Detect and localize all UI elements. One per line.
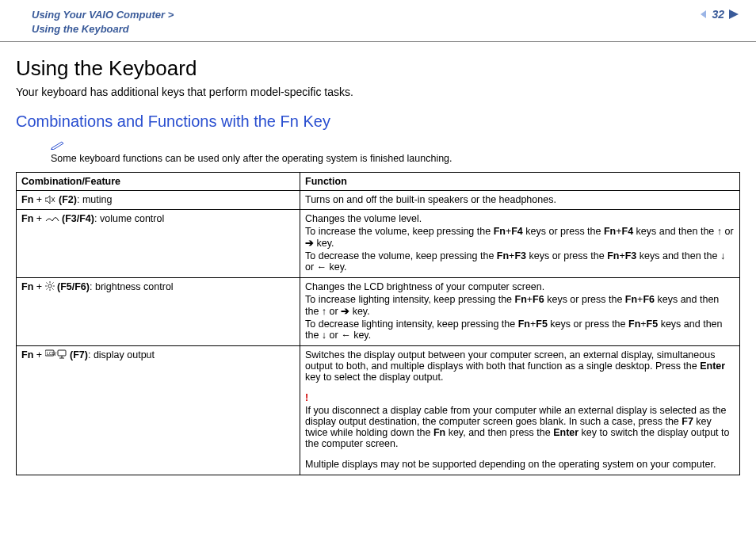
table-row: Fn + LCD / (F7): display output Switches… (17, 346, 740, 475)
function-text: If you disconnect a display cable from y… (305, 405, 735, 449)
combo-cell: Fn + (F3/F4): volume control (17, 210, 300, 278)
function-text: To decrease lighting intensity, keep pre… (305, 318, 735, 341)
svg-line-10 (46, 283, 48, 284)
fn-label: Fn (21, 349, 33, 360)
brightness-icon (45, 281, 55, 293)
page-header: Using Your VAIO Computer > Using the Key… (0, 0, 756, 42)
intro-text: Your keyboard has additional keys that p… (16, 86, 740, 98)
svg-line-12 (46, 288, 48, 290)
combo-cell: Fn + (F2): muting (17, 191, 300, 210)
function-text: Changes the LCD brightness of your compu… (305, 281, 735, 292)
combo-desc: : display output (88, 349, 155, 360)
arrow-right-icon: ➔ (341, 306, 349, 317)
table-header-row: Combination/Feature Function (17, 173, 740, 191)
warning-icon: ! (305, 392, 308, 403)
function-text: Changes the volume level. (305, 213, 735, 224)
arrow-right-icon: ➔ (305, 238, 314, 249)
function-text: To increase lighting intensity, keep pre… (305, 294, 735, 317)
svg-marker-0 (701, 10, 706, 18)
function-cell: Changes the LCD brightness of your compu… (300, 278, 740, 346)
arrow-left-icon: ← (317, 261, 327, 273)
breadcrumb-line2: Using the Keyboard (32, 23, 129, 35)
svg-text:/: / (55, 350, 57, 357)
volume-icon (45, 214, 59, 225)
content: Using the Keyboard Your keyboard has add… (0, 42, 756, 475)
arrow-down-icon: ↓ (720, 250, 725, 261)
page-number: 32 (712, 8, 724, 21)
svg-rect-17 (58, 350, 66, 356)
breadcrumb-line1: Using Your VAIO Computer > (32, 9, 174, 21)
key-label: (F3/F4) (62, 213, 94, 224)
page-nav: 32 (699, 8, 740, 21)
note-block: Some keyboard functions can be used only… (51, 140, 740, 164)
function-text: Turns on and off the built-in speakers o… (305, 194, 556, 205)
combo-desc: : volume control (94, 213, 164, 224)
combo-cell: Fn + (F5/F6): brightness control (17, 278, 300, 346)
key-label: (F5/F6) (57, 281, 90, 292)
key-label: (F2) (59, 194, 77, 205)
col-header-function: Function (300, 173, 740, 191)
svg-text:LCD: LCD (47, 351, 55, 356)
function-cell: Changes the volume level. To increase th… (300, 210, 740, 278)
display-icon: LCD / (45, 349, 67, 361)
fn-label: Fn (21, 281, 33, 292)
function-text: Switches the display output between your… (305, 349, 735, 383)
table-row: Fn + (F3/F4): volume control Changes the… (17, 210, 740, 278)
svg-marker-2 (45, 196, 50, 204)
table-row: Fn + (F5/F6): brightness control Changes… (17, 278, 740, 346)
table-row: Fn + (F2): muting Turns on and off the b… (17, 191, 740, 210)
function-text: To increase the volume, keep pressing th… (305, 226, 735, 249)
combo-desc: : muting (77, 194, 112, 205)
function-cell: Switches the display output between your… (300, 346, 740, 475)
pencil-icon (51, 140, 65, 152)
combo-cell: Fn + LCD / (F7): display output (17, 346, 300, 475)
note-text: Some keyboard functions can be used only… (51, 153, 452, 164)
svg-point-5 (48, 284, 51, 288)
fn-key-table: Combination/Feature Function Fn + (F2): … (16, 172, 740, 475)
function-text: To decrease the volume, keep pressing th… (305, 250, 735, 273)
section-heading: Combinations and Functions with the Fn K… (16, 113, 740, 131)
svg-marker-1 (729, 10, 739, 19)
col-header-combination: Combination/Feature (17, 173, 300, 191)
fn-label: Fn (21, 213, 33, 224)
mute-icon (45, 195, 56, 206)
svg-line-11 (52, 288, 54, 290)
fn-label: Fn (21, 194, 33, 205)
prev-page-icon[interactable] (699, 10, 708, 19)
next-page-icon[interactable] (727, 9, 740, 20)
combo-desc: : brightness control (90, 281, 174, 292)
key-label: (F7) (70, 349, 88, 360)
breadcrumb: Using Your VAIO Computer > Using the Key… (32, 8, 174, 36)
function-cell: Turns on and off the built-in speakers o… (300, 191, 740, 210)
function-text: Multiple displays may not be supported d… (305, 459, 735, 470)
arrow-left-icon: ← (341, 330, 351, 341)
page-title: Using the Keyboard (16, 56, 740, 81)
svg-line-13 (52, 283, 54, 284)
